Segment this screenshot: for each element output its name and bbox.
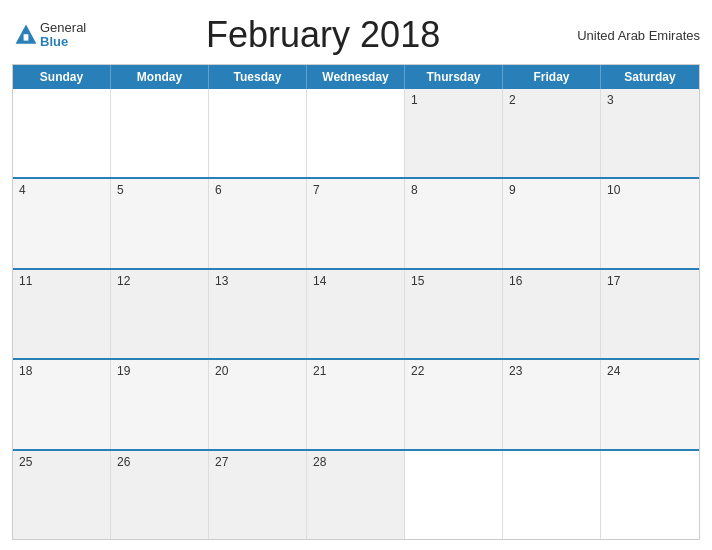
day-cell	[13, 89, 111, 177]
header: General Blue February 2018 United Arab E…	[12, 10, 700, 60]
day-cell: 3	[601, 89, 699, 177]
day-number: 6	[215, 183, 222, 197]
week-row-5: 25262728	[13, 449, 699, 539]
day-number: 13	[215, 274, 228, 288]
day-number: 23	[509, 364, 522, 378]
day-cell: 7	[307, 179, 405, 267]
page: General Blue February 2018 United Arab E…	[0, 0, 712, 550]
header-tuesday: Tuesday	[209, 65, 307, 89]
day-number: 25	[19, 455, 32, 469]
week-row-3: 11121314151617	[13, 268, 699, 358]
day-cell: 6	[209, 179, 307, 267]
day-cell: 15	[405, 270, 503, 358]
day-cell	[209, 89, 307, 177]
day-number: 8	[411, 183, 418, 197]
day-cell: 1	[405, 89, 503, 177]
day-number: 3	[607, 93, 614, 107]
day-number: 1	[411, 93, 418, 107]
day-number: 20	[215, 364, 228, 378]
weeks-container: 1234567891011121314151617181920212223242…	[13, 89, 699, 539]
week-row-4: 18192021222324	[13, 358, 699, 448]
day-cell: 12	[111, 270, 209, 358]
week-row-2: 45678910	[13, 177, 699, 267]
day-number: 22	[411, 364, 424, 378]
day-number: 26	[117, 455, 130, 469]
day-number: 21	[313, 364, 326, 378]
day-cell: 20	[209, 360, 307, 448]
day-cell: 19	[111, 360, 209, 448]
day-number: 27	[215, 455, 228, 469]
header-wednesday: Wednesday	[307, 65, 405, 89]
generalblue-icon	[14, 23, 38, 47]
calendar-title: February 2018	[86, 14, 560, 56]
logo-text: General Blue	[40, 21, 86, 50]
day-number: 10	[607, 183, 620, 197]
day-number: 9	[509, 183, 516, 197]
day-cell: 9	[503, 179, 601, 267]
days-header: Sunday Monday Tuesday Wednesday Thursday…	[13, 65, 699, 89]
calendar: Sunday Monday Tuesday Wednesday Thursday…	[12, 64, 700, 540]
day-number: 14	[313, 274, 326, 288]
day-cell: 2	[503, 89, 601, 177]
logo: General Blue	[12, 21, 86, 50]
day-number: 16	[509, 274, 522, 288]
week-row-1: 123	[13, 89, 699, 177]
header-thursday: Thursday	[405, 65, 503, 89]
day-number: 5	[117, 183, 124, 197]
header-sunday: Sunday	[13, 65, 111, 89]
day-cell: 5	[111, 179, 209, 267]
day-number: 19	[117, 364, 130, 378]
day-number: 15	[411, 274, 424, 288]
day-number: 7	[313, 183, 320, 197]
header-friday: Friday	[503, 65, 601, 89]
day-number: 24	[607, 364, 620, 378]
day-cell: 24	[601, 360, 699, 448]
day-cell: 22	[405, 360, 503, 448]
day-cell: 8	[405, 179, 503, 267]
day-cell: 11	[13, 270, 111, 358]
day-number: 18	[19, 364, 32, 378]
day-cell: 23	[503, 360, 601, 448]
day-cell: 18	[13, 360, 111, 448]
day-number: 11	[19, 274, 32, 288]
day-number: 12	[117, 274, 130, 288]
day-cell: 17	[601, 270, 699, 358]
day-cell: 28	[307, 451, 405, 539]
day-cell	[307, 89, 405, 177]
day-number: 4	[19, 183, 26, 197]
header-saturday: Saturday	[601, 65, 699, 89]
day-cell: 4	[13, 179, 111, 267]
day-cell: 13	[209, 270, 307, 358]
day-number: 2	[509, 93, 516, 107]
day-cell: 10	[601, 179, 699, 267]
day-cell: 25	[13, 451, 111, 539]
header-monday: Monday	[111, 65, 209, 89]
day-cell: 26	[111, 451, 209, 539]
day-cell: 14	[307, 270, 405, 358]
country-label: United Arab Emirates	[560, 28, 700, 43]
day-cell	[503, 451, 601, 539]
day-cell: 16	[503, 270, 601, 358]
day-number: 17	[607, 274, 620, 288]
day-cell: 21	[307, 360, 405, 448]
day-cell: 27	[209, 451, 307, 539]
day-cell	[601, 451, 699, 539]
svg-rect-1	[24, 34, 29, 40]
day-number: 28	[313, 455, 326, 469]
day-cell	[405, 451, 503, 539]
day-cell	[111, 89, 209, 177]
